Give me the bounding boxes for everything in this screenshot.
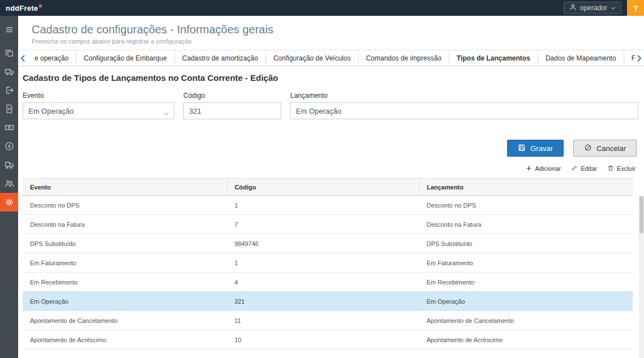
tabs-scroll-left-icon[interactable] — [18, 50, 27, 66]
table-cell: 321 — [227, 292, 419, 311]
table-cell: 7 — [227, 215, 419, 234]
app-window: nddFrete operador ? $ Cadastro de config… — [0, 0, 644, 358]
cancelar-label: Cancelar — [596, 144, 626, 153]
excluir-action[interactable]: Excluir — [607, 165, 636, 172]
table-header-row: EventoCódigoLançamento — [23, 179, 633, 196]
scrollbar-thumb[interactable] — [639, 196, 643, 234]
svg-text:$: $ — [8, 144, 11, 149]
tab-6[interactable]: Dados de Mapeamento — [538, 50, 624, 66]
table-cell: 4 — [227, 273, 419, 292]
delivery-truck-icon[interactable] — [0, 156, 18, 174]
tab-3[interactable]: Configuração de Veículos — [266, 50, 359, 66]
table-body: Desconto no DPS1Desconto no DPSDesconto … — [23, 196, 633, 350]
export-icon[interactable] — [0, 81, 18, 100]
tab-1[interactable]: Configuração de Embarque — [76, 50, 175, 66]
table-row[interactable]: Apontamento de Acréscimo10Apontamento de… — [23, 330, 633, 350]
page-subtitle: Preencha os campos abaixo para registrar… — [32, 37, 638, 45]
banknote-icon[interactable] — [0, 118, 18, 137]
evento-select[interactable]: Em Operação — [23, 102, 174, 119]
table-cell: Apontamento de Cancelamento — [419, 311, 633, 330]
main-area: Cadastro de configurações - Informações … — [18, 16, 644, 358]
column-header[interactable]: Código — [227, 179, 419, 196]
table-cell: 11 — [227, 311, 419, 330]
tabs-scroll-right-icon[interactable] — [635, 50, 644, 66]
table-row[interactable]: Em Operação321Em Operação — [23, 292, 633, 311]
evento-label: Evento — [23, 92, 174, 100]
user-label: operador — [580, 4, 607, 12]
evento-selected-value: Em Operação — [28, 107, 74, 115]
tab-bar: e operaçãoConfiguração de EmbarqueCadast… — [18, 50, 644, 66]
copy-icon[interactable] — [0, 44, 18, 62]
table-cell: Desconto na Fatura — [419, 215, 633, 234]
lancamentos-table: EventoCódigoLançamento Desconto no DPS1D… — [23, 178, 633, 350]
editar-label: Editar — [581, 165, 597, 172]
tab-4[interactable]: Comandos de impressão — [359, 50, 449, 66]
gear-icon[interactable] — [0, 193, 18, 212]
lancamento-field-group: Lançamento — [290, 92, 638, 119]
table-cell: Desconto no DPS — [23, 196, 227, 215]
vertical-scrollbar[interactable] — [639, 196, 644, 358]
codigo-input[interactable] — [183, 102, 281, 119]
section-title: Cadastro de Tipos de Lançamentos no Cont… — [23, 73, 638, 83]
table-actions: Adicionar Editar Excluir — [23, 165, 638, 172]
table-row[interactable]: Apontamento de Cancelamento11Apontamento… — [23, 311, 633, 330]
user-icon — [569, 3, 577, 12]
page-header: Cadastro de configurações - Informações … — [18, 16, 644, 50]
money-clock-icon[interactable]: $ — [0, 137, 18, 156]
help-label: ? — [633, 3, 638, 13]
table-cell: DPS Substituído — [23, 234, 227, 253]
tab-5[interactable]: Tipos de Lançamentos — [449, 50, 538, 66]
table-cell: Desconto no DPS — [419, 196, 633, 215]
cancelar-button[interactable]: Cancelar — [573, 140, 637, 157]
excluir-label: Excluir — [617, 165, 636, 172]
gravar-button[interactable]: Gravar — [507, 140, 564, 157]
table-cell: Desconto na Fatura — [23, 215, 227, 234]
table-cell: Apontamento de Acréscimo — [419, 330, 633, 350]
brand: nddFrete — [0, 0, 42, 16]
tab-bar-items: e operaçãoConfiguração de EmbarqueCadast… — [27, 50, 635, 66]
cancel-icon — [584, 144, 592, 153]
plus-icon — [526, 165, 532, 172]
users-icon[interactable] — [0, 174, 18, 193]
topbar: nddFrete operador ? — [0, 0, 644, 16]
table-cell: Apontamento de Acréscimo — [23, 330, 227, 350]
brand-mark-icon — [39, 5, 42, 7]
button-row: Gravar Cancelar — [23, 140, 638, 157]
menu-icon[interactable] — [0, 20, 18, 39]
column-header[interactable]: Evento — [23, 179, 227, 196]
page-title: Cadastro de configurações - Informações … — [32, 21, 638, 37]
brand-label: nddFrete — [6, 4, 38, 12]
chevron-down-icon — [611, 4, 616, 12]
table-row[interactable]: Desconto no DPS1Desconto no DPS — [23, 196, 633, 215]
document-icon[interactable] — [0, 100, 18, 118]
table-cell: 1 — [227, 253, 419, 273]
truck-icon[interactable] — [0, 62, 18, 81]
lancamento-input[interactable] — [290, 102, 638, 119]
table-row[interactable]: Em Faturamento1Em Faturamento — [23, 253, 633, 273]
table-cell: Em Operação — [419, 292, 633, 311]
table-row[interactable]: Desconto na Fatura7Desconto na Fatura — [23, 215, 633, 234]
table-cell: Em Faturamento — [23, 253, 227, 273]
table-cell: Em Faturamento — [419, 253, 633, 273]
adicionar-label: Adicionar — [535, 165, 561, 172]
trash-icon — [607, 165, 614, 172]
evento-field-group: Evento Em Operação — [23, 92, 174, 119]
table-cell: Em Recebimento — [23, 273, 227, 292]
lancamento-label: Lançamento — [290, 92, 638, 100]
table-cell: 10 — [227, 330, 419, 350]
help-button[interactable]: ? — [627, 0, 644, 16]
table-row[interactable]: Em Recebimento4Em Recebimento — [23, 273, 633, 292]
column-header[interactable]: Lançamento — [419, 179, 633, 196]
user-menu[interactable]: operador — [564, 2, 621, 14]
adicionar-action[interactable]: Adicionar — [526, 165, 561, 172]
pencil-icon — [571, 165, 578, 172]
table-cell: 9849746 — [227, 234, 419, 253]
content: Cadastro de Tipos de Lançamentos no Cont… — [18, 66, 644, 350]
tab-2[interactable]: Cadastro de amortização — [175, 50, 266, 66]
chevron-down-icon — [164, 109, 169, 118]
tab-7[interactable]: Faixas de Aging — [624, 50, 635, 66]
editar-action[interactable]: Editar — [571, 165, 597, 172]
table-cell: Apontamento de Cancelamento — [23, 311, 227, 330]
table-row[interactable]: DPS Substituído9849746DPS Substituído — [23, 234, 633, 253]
tab-0[interactable]: e operação — [27, 50, 76, 66]
